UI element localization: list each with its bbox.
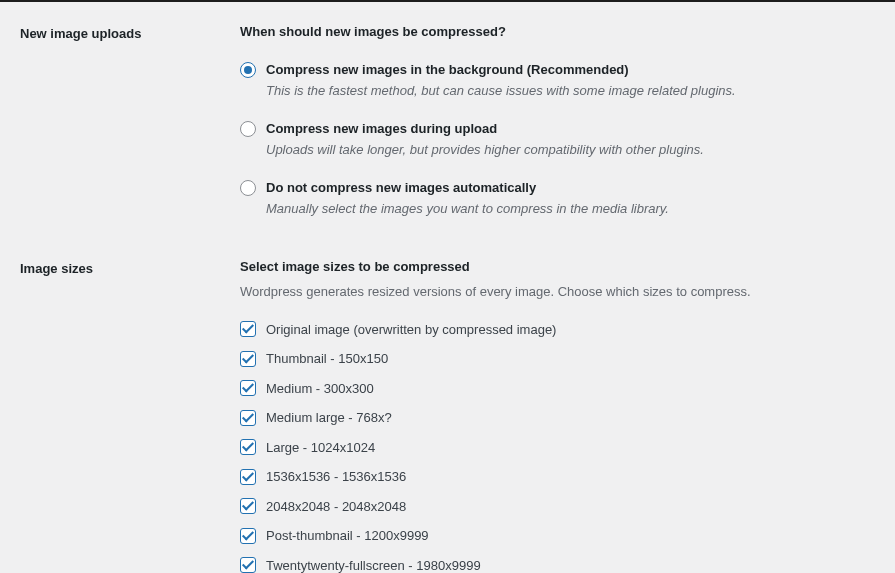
- radio-text-wrap: Compress new images during upload Upload…: [266, 119, 704, 160]
- sizes-title: Select image sizes to be compressed: [240, 257, 895, 277]
- checkbox-label[interactable]: 2048x2048 - 2048x2048: [266, 497, 406, 517]
- checkbox-item-original: Original image (overwritten by compresse…: [240, 320, 895, 340]
- radio-label[interactable]: Do not compress new images automatically: [266, 178, 669, 198]
- uploads-section-content: When should new images be compressed? Co…: [240, 22, 895, 237]
- checkbox-label[interactable]: Post-thumbnail - 1200x9999: [266, 526, 429, 546]
- checkbox-input-medium[interactable]: [240, 380, 256, 396]
- uploads-section-label: New image uploads: [20, 22, 240, 237]
- checkbox-item-large: Large - 1024x1024: [240, 438, 895, 458]
- checkbox-label[interactable]: Large - 1024x1024: [266, 438, 375, 458]
- checkbox-input-large[interactable]: [240, 439, 256, 455]
- checkbox-input-2048[interactable]: [240, 498, 256, 514]
- checkbox-item-medium: Medium - 300x300: [240, 379, 895, 399]
- radio-option-background: Compress new images in the background (R…: [240, 60, 895, 101]
- radio-description: This is the fastest method, but can caus…: [266, 81, 736, 101]
- checkbox-input-twentytwenty-fullscreen[interactable]: [240, 557, 256, 573]
- checkbox-item-thumbnail: Thumbnail - 150x150: [240, 349, 895, 369]
- checkbox-label[interactable]: Medium large - 768x?: [266, 408, 392, 428]
- checkbox-input-post-thumbnail[interactable]: [240, 528, 256, 544]
- checkbox-item-2048: 2048x2048 - 2048x2048: [240, 497, 895, 517]
- checkbox-input-1536[interactable]: [240, 469, 256, 485]
- radio-option-none: Do not compress new images automatically…: [240, 178, 895, 219]
- radio-text-wrap: Compress new images in the background (R…: [266, 60, 736, 101]
- checkbox-input-thumbnail[interactable]: [240, 351, 256, 367]
- checkbox-input-medium-large[interactable]: [240, 410, 256, 426]
- checkbox-label[interactable]: Original image (overwritten by compresse…: [266, 320, 556, 340]
- radio-option-upload: Compress new images during upload Upload…: [240, 119, 895, 160]
- sizes-section-content: Select image sizes to be compressed Word…: [240, 257, 895, 574]
- radio-label[interactable]: Compress new images during upload: [266, 119, 704, 139]
- radio-input-background[interactable]: [240, 62, 256, 78]
- sizes-section: Image sizes Select image sizes to be com…: [0, 237, 895, 574]
- checkbox-label[interactable]: 1536x1536 - 1536x1536: [266, 467, 406, 487]
- radio-description: Uploads will take longer, but provides h…: [266, 140, 704, 160]
- uploads-title: When should new images be compressed?: [240, 22, 895, 42]
- uploads-radio-group: Compress new images in the background (R…: [240, 60, 895, 219]
- checkbox-label[interactable]: Medium - 300x300: [266, 379, 374, 399]
- radio-text-wrap: Do not compress new images automatically…: [266, 178, 669, 219]
- checkbox-item-1536: 1536x1536 - 1536x1536: [240, 467, 895, 487]
- radio-input-upload[interactable]: [240, 121, 256, 137]
- checkbox-item-post-thumbnail: Post-thumbnail - 1200x9999: [240, 526, 895, 546]
- radio-input-none[interactable]: [240, 180, 256, 196]
- radio-label[interactable]: Compress new images in the background (R…: [266, 60, 736, 80]
- sizes-section-label: Image sizes: [20, 257, 240, 574]
- sizes-description: Wordpress generates resized versions of …: [240, 282, 895, 302]
- uploads-section: New image uploads When should new images…: [0, 2, 895, 237]
- checkbox-item-twentytwenty-fullscreen: Twentytwenty-fullscreen - 1980x9999: [240, 556, 895, 574]
- checkbox-label[interactable]: Twentytwenty-fullscreen - 1980x9999: [266, 556, 481, 574]
- checkbox-label[interactable]: Thumbnail - 150x150: [266, 349, 388, 369]
- checkbox-input-original[interactable]: [240, 321, 256, 337]
- checkbox-item-medium-large: Medium large - 768x?: [240, 408, 895, 428]
- radio-description: Manually select the images you want to c…: [266, 199, 669, 219]
- sizes-checkbox-group: Original image (overwritten by compresse…: [240, 320, 895, 574]
